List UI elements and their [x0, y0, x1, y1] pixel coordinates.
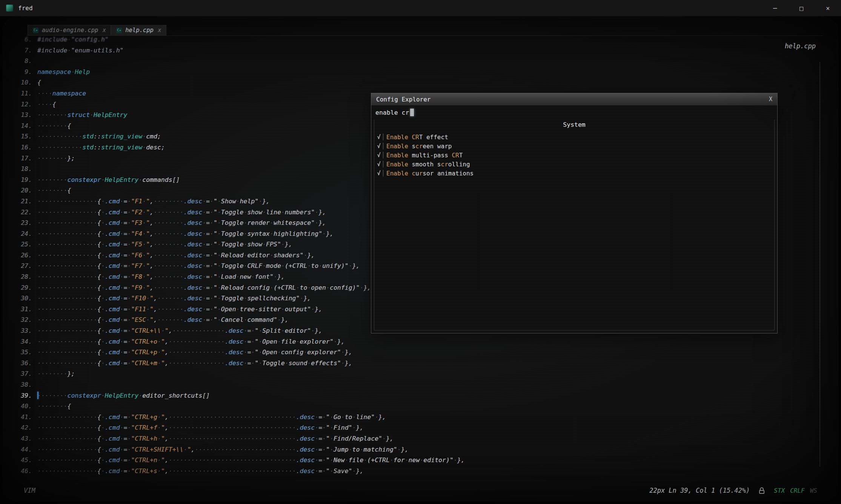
line-number: 29.	[3, 283, 37, 293]
popup-body: System √Enable CRT effect√Enable screen …	[374, 120, 775, 330]
code-line[interactable]: 35.················{·.cmd·=·"CTRL+p·",··…	[3, 347, 465, 358]
maximize-icon[interactable]: □	[788, 0, 815, 16]
code-line[interactable]: 45.················{·.cmd·=·"CTRL+n·",··…	[3, 455, 465, 466]
line-number: 27.	[3, 261, 37, 272]
code-line[interactable]: 7.#include·"enum-utils.h"	[3, 45, 465, 56]
code-line[interactable]: 46.················{·.cmd·=·"CTRL+s·",··…	[3, 466, 465, 477]
window-titlebar: fred ─ □ ×	[0, 0, 841, 17]
code-line[interactable]: 42.················{·.cmd·=·"CTRL+f·",··…	[3, 423, 465, 433]
line-content: ················{·.cmd·=·"CTRL+n·",·····…	[37, 455, 465, 466]
checkmark-icon: √	[375, 143, 382, 149]
line-number: 40.	[3, 401, 37, 412]
option-label: Enable screen warp	[386, 143, 452, 150]
config-explorer-popup: Config Explorer X enable cr System √Enab…	[371, 93, 778, 333]
line-number: 15.	[3, 131, 37, 142]
line-content: ········{	[37, 185, 71, 196]
line-content: ············std::string_view·cmd;	[37, 131, 161, 142]
line-content: ············std::string_view·desc;	[37, 142, 165, 153]
line-content: ················{·.cmd·=·"F10·",·······.…	[37, 293, 311, 304]
line-content: {	[37, 77, 41, 88]
line-number: 24.	[3, 229, 37, 240]
config-option-row[interactable]: √Enable screen warp	[374, 141, 774, 151]
line-number: 26.	[3, 250, 37, 261]
line-number: 32.	[3, 315, 37, 326]
line-number: 12.	[3, 99, 37, 110]
line-content: ················{·.cmd·=·"CTRL+p·",·····…	[37, 347, 352, 358]
divider	[383, 143, 383, 149]
tab-close-icon[interactable]: X	[103, 28, 106, 33]
checkmark-icon: √	[375, 161, 382, 167]
line-content: ········{	[37, 121, 71, 132]
search-query-text: enable cr	[375, 109, 409, 116]
code-line[interactable]: 37.········};	[3, 369, 465, 380]
line-number: 16.	[3, 142, 37, 153]
line-content: ················{·.cmd·=·"CTRL+h·",·····…	[37, 433, 394, 444]
line-number: 8.	[3, 56, 37, 67]
code-line[interactable]: 39.········constexpr·HelpEntry·editor_sh…	[3, 390, 465, 401]
code-line[interactable]: 38.	[3, 380, 465, 390]
popup-titlebar[interactable]: Config Explorer X	[371, 93, 777, 106]
code-line[interactable]: 44.················{·.cmd·=·"CTRL+SHIFT+…	[3, 444, 465, 455]
config-option-row[interactable]: √Enable CRT effect	[374, 132, 774, 141]
tab-audio-engine-cpp[interactable]: C+audio-engine.cppX	[28, 25, 111, 35]
checkmark-icon: √	[375, 152, 382, 158]
scrollbar[interactable]	[819, 62, 820, 467]
line-content: ········struct·HelpEntry	[37, 110, 127, 121]
code-line[interactable]: 10.{	[3, 77, 465, 88]
config-option-row[interactable]: √Enable cursor animations	[374, 169, 774, 178]
tab-label: help.cpp	[125, 27, 154, 34]
line-content: ················{·.cmd·=·"F11·",·······.…	[37, 304, 322, 315]
cursor-position-text: 22px Ln 39, Col 1 (15.42%)	[649, 487, 750, 494]
tab-close-icon[interactable]: X	[158, 28, 161, 33]
line-content: ················{·.cmd·=·"CTRL+o·",·····…	[37, 337, 345, 347]
option-label: Enable cursor animations	[386, 170, 474, 177]
line-number: 22.	[3, 207, 37, 218]
code-line[interactable]: 41.················{·.cmd·=·"CTRL+g·",··…	[3, 412, 465, 423]
line-number: 36.	[3, 358, 37, 369]
code-line[interactable]: 8.	[3, 56, 465, 67]
minimize-icon[interactable]: ─	[762, 0, 788, 16]
line-number: 7.	[3, 45, 37, 56]
config-search-input[interactable]: enable cr	[371, 106, 777, 119]
status-flag-stx: STX	[774, 487, 785, 494]
line-number: 11.	[3, 88, 37, 99]
line-content: ················{·.cmd·=·"F9·",········.…	[37, 283, 371, 293]
line-number: 9.	[3, 67, 37, 78]
config-option-row[interactable]: √Enable smooth scrolling	[374, 160, 774, 169]
line-content: ················{·.cmd·=·"F5·",········.…	[37, 239, 292, 250]
config-option-row[interactable]: √Enable multi-pass CRT	[374, 151, 774, 160]
line-number: 13.	[3, 110, 37, 121]
code-line[interactable]: 9.namespace·Help	[3, 67, 465, 78]
divider	[383, 170, 383, 177]
status-bar: VIM 22px Ln 39, Col 1 (15.42%) STXCRLFWS	[24, 485, 817, 496]
cpp-file-icon: C+	[116, 28, 122, 33]
status-flag-ws: WS	[810, 487, 817, 494]
option-label: Enable CRT effect	[386, 134, 448, 141]
code-line[interactable]: 43.················{·.cmd·=·"CTRL+h·",··…	[3, 433, 465, 444]
popup-title: Config Explorer	[376, 96, 431, 103]
line-number: 44.	[3, 444, 37, 455]
close-icon[interactable]: ×	[815, 0, 841, 16]
line-number: 35.	[3, 347, 37, 358]
line-content: ················{·.cmd·=·"F2·",········.…	[37, 207, 326, 218]
tab-help-cpp[interactable]: C+help.cppX	[111, 25, 166, 35]
line-number: 45.	[3, 455, 37, 466]
option-label: Enable smooth scrolling	[386, 161, 470, 168]
code-line[interactable]: 40.········{	[3, 401, 465, 412]
tab-label: audio-engine.cpp	[42, 27, 98, 34]
line-number: 23.	[3, 218, 37, 229]
line-number: 6.	[3, 34, 37, 45]
line-content: ················{·.cmd·=·"F1·",········.…	[37, 196, 270, 207]
code-line[interactable]: 6.#include·"config.h"	[3, 34, 465, 45]
code-line[interactable]: 34.················{·.cmd·=·"CTRL+o·",··…	[3, 337, 465, 347]
line-number: 34.	[3, 337, 37, 347]
line-content: ················{·.cmd·=·"F4·",········.…	[37, 229, 334, 240]
code-line[interactable]: 36.················{·.cmd·=·"CTRL+m·",··…	[3, 358, 465, 369]
line-content: #include·"config.h"	[37, 34, 109, 45]
line-number: 43.	[3, 433, 37, 444]
line-content: ················{·.cmd·=·"CTRL+g·",·····…	[37, 412, 386, 423]
line-number: 20.	[3, 185, 37, 196]
popup-close-button[interactable]: X	[769, 96, 772, 103]
config-options-list: √Enable CRT effect√Enable screen warp√En…	[374, 132, 774, 178]
line-content: ····namespace	[37, 88, 86, 99]
